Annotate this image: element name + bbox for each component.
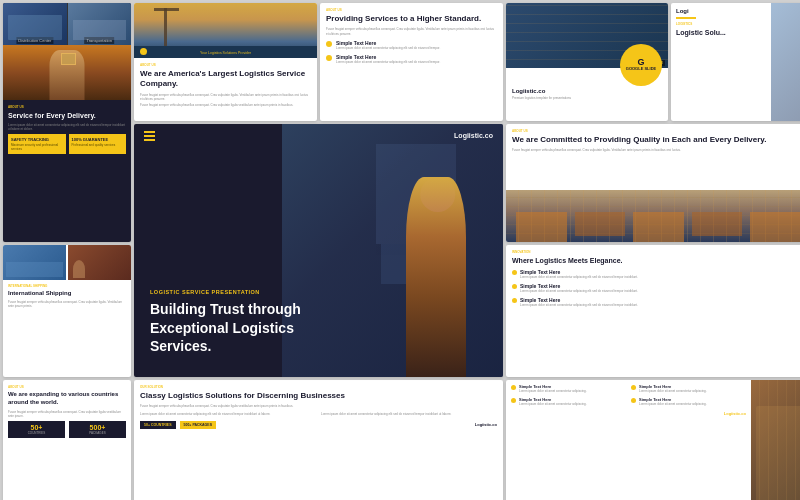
safety-desc: Maximum security and professional servic… [11, 143, 63, 151]
feat-b1-desc: Lorem ipsum dolor sit amet consectetur a… [519, 389, 587, 393]
slide-logo-top: Logi LOGISTICS Logistic Solu... [671, 3, 800, 121]
classy-brand: Logiistic.co [475, 422, 497, 427]
hamburger-icon [144, 131, 155, 141]
provider-label: Your Logistics Solutions Provider [200, 51, 251, 55]
feature1-desc: Lorem ipsum dolor sit amet consectetur a… [336, 46, 440, 50]
elegance-title: Where Logistics Meets Elegance. [512, 256, 800, 265]
slide4-desc: Premium logistics template for presentat… [512, 96, 662, 100]
classy-col1: Lorem ipsum dolor sit amet consectetur a… [140, 412, 316, 416]
elegance-f3-desc: Lorem ipsum dolor sit amet consectetur a… [520, 303, 638, 307]
feature2-dot [326, 55, 332, 61]
committed-body: Fusce feugiat semper vehicula phasellus … [512, 148, 800, 152]
slide2-title: We are America's Largest Logistics Servi… [140, 69, 311, 90]
slide-elegance: INNOVATION Where Logistics Meets Eleganc… [506, 245, 800, 377]
feat-b3-desc: Lorem ipsum dolor sit amet consectetur a… [519, 402, 587, 406]
icon-desc: Professional and quality services [72, 143, 124, 147]
slide-hero: Logiistic.co Logistic Service Presentati… [134, 124, 503, 377]
classy-col2: Lorem ipsum dolor sit amet consectetur a… [321, 412, 497, 416]
committed-title: We are Committed to Providing Quality in… [512, 135, 800, 145]
intl-label: INTERNATIONAL SHIPPING [8, 284, 126, 288]
slide-providing: ABOUT US Providing Services to a Higher … [320, 3, 503, 121]
hero-sub-label: Logistic Service Presentation [150, 289, 353, 295]
icon-title: 100% GUARANTEE [72, 137, 124, 142]
intl-title: International Shipping [8, 290, 126, 298]
slide-dist-title: Service for Every Delivery. [8, 111, 126, 120]
stat1-value: 50+ [10, 424, 63, 431]
hero-title: Building Trust through Exceptional Logis… [150, 300, 353, 355]
slide-committed: ABOUT US We are Committed to Providing Q… [506, 124, 800, 242]
elegance-f2-desc: Lorem ipsum dolor sit amet consectetur a… [520, 289, 638, 293]
google-label: GOOGLE SLIDE [626, 67, 656, 71]
classy-body: Fusce feugiat semper vehicula phasellus … [140, 404, 497, 408]
stat1-label: COUNTRIES [10, 431, 63, 435]
elegance-f1-desc: Lorem ipsum dolor sit amet consectetur a… [520, 275, 638, 279]
classy-logo1: 50+ COUNTRIES [140, 421, 176, 429]
slide-distribution: Distribution Center Transportation ABOUT… [3, 3, 131, 242]
feat-bottom-logo: Logiistic.co [511, 411, 746, 416]
hero-logo: Logiistic.co [454, 132, 493, 139]
classy-logo2: 500+ PACKAGES [180, 421, 216, 429]
slide-google: G GOOGLE SLIDE WAREHOUSE Logiistic.co Pr… [506, 3, 668, 121]
stat2-label: PACKAGES [71, 431, 124, 435]
expanding-body: Fusce feugiat semper vehicula phasellus … [8, 410, 126, 418]
stat2-value: 500+ [71, 424, 124, 431]
slide2-label: ABOUT US [140, 63, 311, 67]
feature2-desc: Lorem ipsum dolor sit amet consectetur a… [336, 60, 440, 64]
slide2-body1: Fusce feugiat semper vehicula phasellus … [140, 93, 311, 101]
committed-label: ABOUT US [512, 129, 800, 133]
slide4-logo: Logiistic.co [512, 88, 662, 94]
slide-dist-label: ABOUT US [8, 105, 126, 109]
slide-expanding: ABOUT US We are expanding to various cou… [3, 380, 131, 500]
slide-features-bottom: Simple Text Here Lorem ipsum dolor sit a… [506, 380, 800, 500]
slide2-body2: Fusce feugiat semper vehicula phasellus … [140, 103, 311, 107]
classy-title: Classy Logistics Solutions for Discernin… [140, 391, 497, 401]
slide3-title: Providing Services to a Higher Standard. [326, 14, 497, 24]
slide-americas: Your Logistics Solutions Provider ABOUT … [134, 3, 317, 121]
feat-b4-desc: Lorem ipsum dolor sit amet consectetur a… [639, 402, 707, 406]
elegance-label: INNOVATION [512, 250, 800, 254]
feature1-dot [326, 41, 332, 47]
slide-classy: OUR SOLUTION Classy Logistics Solutions … [134, 380, 503, 500]
slide3-label: ABOUT US [326, 8, 497, 12]
slide3-body: Fusce feugiat semper vehicula phasellus … [326, 27, 497, 35]
feat-b2-desc: Lorem ipsum dolor sit amet consectetur a… [639, 389, 707, 393]
safety-title: SAFETY TRACKING [11, 137, 63, 142]
classy-label: OUR SOLUTION [140, 385, 497, 389]
slide-dist-body: Lorem ipsum dolor sit amet consectetur a… [8, 123, 126, 131]
slide-intl: INTERNATIONAL SHIPPING International Shi… [3, 245, 131, 377]
expanding-label: ABOUT US [8, 385, 126, 389]
expanding-title: We are expanding to various countries ar… [8, 391, 126, 407]
intl-body: Fusce feugiat semper vehicula phasellus … [8, 300, 126, 308]
